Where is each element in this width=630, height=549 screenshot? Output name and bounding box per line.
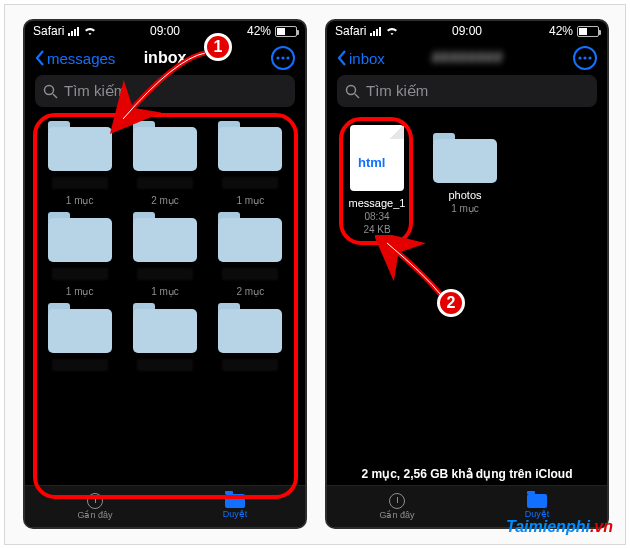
battery-icon bbox=[577, 26, 599, 37]
folder-item[interactable]: 1 mục bbox=[124, 212, 205, 297]
folder-item-photos[interactable]: photos 1 mục bbox=[433, 125, 497, 235]
search-icon bbox=[43, 84, 58, 99]
search-icon bbox=[345, 84, 360, 99]
ellipsis-icon bbox=[578, 56, 592, 60]
battery-icon bbox=[275, 26, 297, 37]
search-placeholder: Tìm kiếm bbox=[366, 82, 428, 100]
back-button[interactable]: messages bbox=[35, 50, 115, 67]
nav-bar: inbox ######## bbox=[327, 41, 607, 75]
file-grid-area: html message_1 08:34 24 KB photos 1 mục bbox=[327, 115, 607, 485]
folder-meta: 1 mục bbox=[451, 203, 479, 214]
callout-marker-2: 2 bbox=[437, 289, 465, 317]
folder-item[interactable]: 1 mục bbox=[39, 121, 120, 206]
svg-point-2 bbox=[286, 56, 289, 59]
svg-point-3 bbox=[45, 85, 54, 94]
folder-item[interactable]: 1 mục bbox=[210, 121, 291, 206]
folder-item[interactable]: 2 mục bbox=[210, 212, 291, 297]
svg-point-5 bbox=[578, 56, 581, 59]
nav-bar: messages inbox bbox=[25, 41, 305, 75]
search-field[interactable]: Tìm kiếm bbox=[337, 75, 597, 107]
back-label: messages bbox=[47, 50, 115, 67]
phone-screenshot-1: Safari 09:00 42% messages inbox Tìm kiếm bbox=[23, 19, 307, 529]
more-button[interactable] bbox=[271, 46, 295, 70]
folder-name: photos bbox=[448, 189, 481, 201]
more-button[interactable] bbox=[573, 46, 597, 70]
folder-grid[interactable]: 1 mục 2 mục 1 mục 1 mục 1 mục 2 mục bbox=[25, 115, 305, 383]
folder-icon bbox=[225, 494, 245, 508]
tab-recent[interactable]: Gần đây bbox=[25, 486, 165, 527]
folder-item[interactable]: 1 mục bbox=[39, 212, 120, 297]
svg-point-0 bbox=[276, 56, 279, 59]
phone-screenshot-2: Safari 09:00 42% inbox ######## Tìm kiếm bbox=[325, 19, 609, 529]
clock-icon bbox=[389, 493, 405, 509]
file-grid: html message_1 08:34 24 KB photos 1 mục bbox=[327, 115, 607, 245]
status-bar: Safari 09:00 42% bbox=[327, 21, 607, 41]
tab-browse[interactable]: Duyệt bbox=[165, 486, 305, 527]
folder-icon bbox=[433, 133, 497, 183]
search-field[interactable]: Tìm kiếm bbox=[35, 75, 295, 107]
folder-item[interactable]: 2 mục bbox=[124, 121, 205, 206]
clock-icon bbox=[87, 493, 103, 509]
svg-point-8 bbox=[347, 85, 356, 94]
chevron-left-icon bbox=[35, 50, 45, 66]
watermark: Taimienphi.vn bbox=[506, 518, 613, 536]
tab-bar: Gần đây Duyệt bbox=[25, 485, 305, 527]
file-time: 08:34 bbox=[364, 211, 389, 222]
callout-marker-1: 1 bbox=[204, 33, 232, 61]
search-placeholder: Tìm kiếm bbox=[64, 82, 126, 100]
svg-point-1 bbox=[281, 56, 284, 59]
folder-item[interactable] bbox=[210, 303, 291, 377]
status-time: 09:00 bbox=[25, 24, 305, 38]
file-item-html[interactable]: html message_1 08:34 24 KB bbox=[345, 125, 409, 235]
svg-line-9 bbox=[355, 94, 359, 98]
tutorial-canvas: Safari 09:00 42% messages inbox Tìm kiếm bbox=[4, 4, 626, 545]
svg-point-6 bbox=[583, 56, 586, 59]
back-label: inbox bbox=[349, 50, 385, 67]
chevron-left-icon bbox=[337, 50, 347, 66]
back-button[interactable]: inbox bbox=[337, 50, 385, 67]
status-bar: Safari 09:00 42% bbox=[25, 21, 305, 41]
folder-item[interactable] bbox=[39, 303, 120, 377]
storage-text: 2 mục, 2,56 GB khả dụng trên iCloud bbox=[327, 467, 607, 481]
folder-grid-area: 1 mục 2 mục 1 mục 1 mục 1 mục 2 mục bbox=[25, 115, 305, 485]
ellipsis-icon bbox=[276, 56, 290, 60]
svg-line-4 bbox=[53, 94, 57, 98]
svg-point-7 bbox=[588, 56, 591, 59]
tab-recent[interactable]: Gần đây bbox=[327, 486, 467, 527]
folder-icon bbox=[527, 494, 547, 508]
folder-item[interactable] bbox=[124, 303, 205, 377]
file-icon: html bbox=[350, 125, 404, 191]
status-time: 09:00 bbox=[327, 24, 607, 38]
file-name: message_1 bbox=[349, 197, 406, 209]
file-size: 24 KB bbox=[363, 224, 390, 235]
